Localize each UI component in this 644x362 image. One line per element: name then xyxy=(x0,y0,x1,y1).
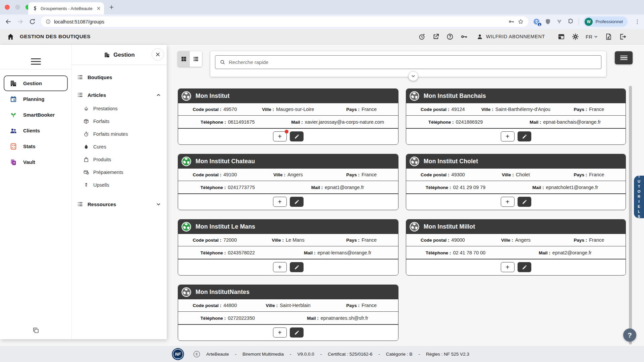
sidebar-menu-toggle[interactable] xyxy=(31,58,41,65)
panel-menu-item[interactable]: Forfaits minutes xyxy=(72,128,167,140)
postal-value: 49000 xyxy=(451,237,465,243)
help-button[interactable]: ? xyxy=(623,328,636,342)
logout-icon[interactable] xyxy=(619,33,627,41)
table-icon[interactable] xyxy=(557,33,565,41)
list-view-button[interactable] xyxy=(190,51,202,67)
sidebar-item-label: Planning xyxy=(23,96,44,102)
sidebar-item[interactable]: Planning xyxy=(4,91,68,107)
edit-button[interactable] xyxy=(518,262,531,272)
settings-gear-icon[interactable] xyxy=(572,33,579,41)
panel-menu-item[interactable]: Ressources xyxy=(72,197,167,212)
card-header: Mon Institut Millot xyxy=(406,220,626,234)
help-icon[interactable] xyxy=(446,33,454,41)
panel-menu-item[interactable]: Boutiques xyxy=(72,70,167,84)
add-button[interactable]: + xyxy=(273,327,287,338)
edit-button[interactable] xyxy=(290,262,304,272)
panel-menu-item[interactable]: Produits xyxy=(72,153,167,166)
country-label: Pays : xyxy=(346,303,360,308)
add-button[interactable]: + xyxy=(501,262,515,272)
gestion-panel: Gestion Boutiques xyxy=(72,45,167,339)
sidebar-item[interactable]: Stats xyxy=(4,138,68,154)
mail-label: Mail : xyxy=(532,185,544,190)
card-title: Mon Institut Le Mans xyxy=(196,223,255,230)
key-icon[interactable] xyxy=(460,33,468,41)
shield-extension-icon[interactable] xyxy=(544,18,551,25)
edit-button[interactable] xyxy=(518,197,531,207)
sidebar-item[interactable]: Clients xyxy=(4,123,68,138)
postal-label: Code postal : xyxy=(193,238,221,243)
add-button[interactable]: + xyxy=(501,197,515,207)
password-key-icon[interactable] xyxy=(508,18,515,25)
url-input[interactable] xyxy=(54,19,505,24)
tutorials-tab[interactable]: TUTORIELS xyxy=(634,176,644,218)
phone-value: 0241773775 xyxy=(228,185,255,190)
search-box[interactable] xyxy=(215,55,601,69)
search-expander-button[interactable] xyxy=(408,71,418,81)
vue-devtools-extension-icon[interactable] xyxy=(556,18,563,25)
search-input[interactable] xyxy=(229,59,597,65)
home-icon[interactable] xyxy=(7,33,14,41)
sidebar-item[interactable]: Vault xyxy=(4,154,68,170)
site-info-icon[interactable] xyxy=(45,19,51,24)
phone-label: Téléphone : xyxy=(426,250,451,255)
country-label: Pays : xyxy=(574,238,587,243)
pencil-icon xyxy=(294,199,300,205)
add-button[interactable]: + xyxy=(273,262,287,272)
panel-close-button[interactable] xyxy=(152,48,164,61)
footer-text: - xyxy=(290,352,291,357)
postal-value: 49300 xyxy=(451,172,465,177)
card-actions: + xyxy=(178,193,398,209)
signature-icon[interactable] xyxy=(605,33,612,41)
panel-menu-item[interactable]: Cures xyxy=(72,140,167,153)
edit-button[interactable] xyxy=(290,197,304,207)
add-button[interactable]: + xyxy=(273,131,287,141)
sidebar-item[interactable]: Gestion xyxy=(4,75,68,91)
postal-label: Code postal : xyxy=(193,303,221,308)
card-header: Mon Institut Chateau xyxy=(178,154,398,169)
postal-value: 44800 xyxy=(223,303,237,308)
add-button-label: + xyxy=(505,198,509,205)
panel-menu-item[interactable]: Prestations xyxy=(72,102,167,115)
edit-button[interactable] xyxy=(518,131,531,141)
postal-label: Code postal : xyxy=(421,107,449,112)
window-minimize-button[interactable] xyxy=(15,5,20,10)
add-button[interactable]: + xyxy=(273,197,287,207)
reload-button[interactable] xyxy=(29,18,36,25)
tab-close-icon[interactable] xyxy=(96,6,101,11)
card-header: Mon Institut Le Mans xyxy=(178,220,398,234)
panel-menu-item[interactable]: Articles xyxy=(72,87,167,102)
account-button[interactable]: WILFRID ABONNEMENT xyxy=(476,33,545,40)
panel-menu-item[interactable]: Prépaiements xyxy=(72,166,167,179)
extensions-puzzle-icon[interactable] xyxy=(567,18,574,25)
window-close-button[interactable] xyxy=(5,5,10,10)
edit-button[interactable] xyxy=(290,131,304,141)
grid-view-button[interactable] xyxy=(178,51,190,67)
address-bar[interactable] xyxy=(41,16,528,27)
language-selector[interactable]: FR xyxy=(586,34,598,40)
nf-logo: NF xyxy=(172,348,184,360)
country-value: France xyxy=(362,172,377,177)
search-card xyxy=(210,51,606,77)
back-button[interactable] xyxy=(5,18,12,25)
phone-label: Téléphone : xyxy=(201,120,226,125)
panel-item-icon xyxy=(83,106,89,112)
update-icon[interactable] xyxy=(418,33,426,41)
browser-menu-icon[interactable] xyxy=(634,18,641,25)
sidebar-item-icon xyxy=(9,111,17,119)
scrollbar-thumb[interactable] xyxy=(629,86,632,345)
browser-profile-chip[interactable]: W Professionnel xyxy=(583,16,628,27)
browser-tab[interactable]: Groupements - ArteBeaute xyxy=(28,2,104,14)
copy-icon[interactable] xyxy=(32,327,39,334)
translate-extension-icon[interactable]: 1 xyxy=(533,18,540,25)
forward-button[interactable] xyxy=(17,18,24,25)
person-icon xyxy=(476,33,483,40)
new-tab-button[interactable] xyxy=(109,4,114,10)
add-button[interactable]: + xyxy=(501,131,515,141)
external-link-icon[interactable] xyxy=(432,33,440,41)
footer-text: Règles : NF 525 V2.3 xyxy=(426,352,469,357)
sidebar-item[interactable]: SmartBooker xyxy=(4,107,68,123)
edit-button[interactable] xyxy=(290,327,304,338)
bookmark-star-icon[interactable] xyxy=(518,18,524,25)
panel-menu-item[interactable]: Forfaits xyxy=(72,115,167,128)
panel-menu-item[interactable]: Upsells xyxy=(72,179,167,191)
